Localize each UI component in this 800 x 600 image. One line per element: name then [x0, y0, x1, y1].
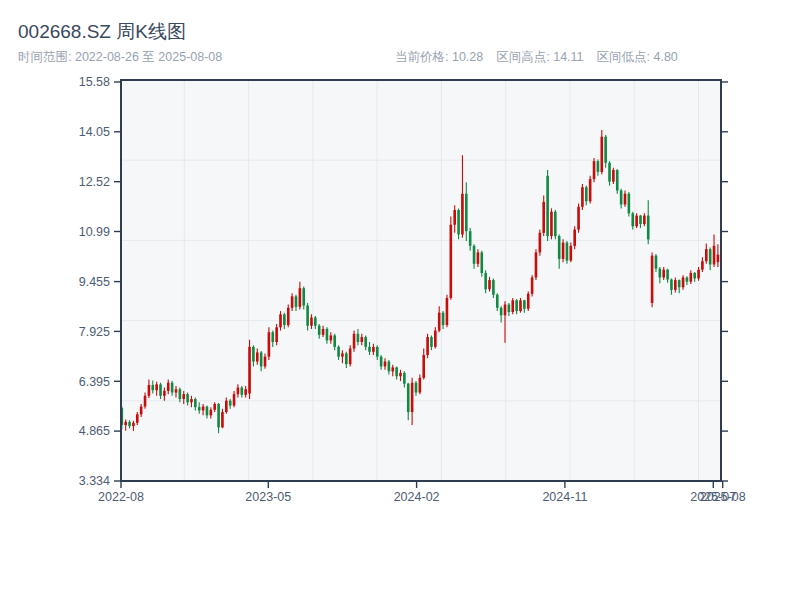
- candle: [589, 176, 592, 204]
- candle: [612, 168, 615, 184]
- kline-chart: 15.5814.0512.5210.999.4557.9256.3954.865…: [0, 0, 800, 600]
- x-tick-label: 2022-08: [98, 490, 144, 504]
- candle: [546, 170, 549, 241]
- candle: [573, 226, 576, 249]
- candle: [604, 135, 607, 168]
- x-axis: 2022-082023-052024-022024-112025-072025-…: [98, 481, 746, 504]
- candle: [426, 334, 429, 358]
- y-tick-label: 6.395: [79, 375, 110, 389]
- y-tick-label: 3.334: [79, 474, 110, 488]
- plot-area: [121, 80, 721, 481]
- candle: [628, 192, 631, 216]
- candle: [550, 208, 553, 239]
- x-tick-label: 2025-08: [700, 490, 746, 504]
- candle: [535, 249, 538, 280]
- y-tick-label: 10.99: [79, 225, 110, 239]
- candle: [531, 275, 534, 296]
- y-tick-label: 12.52: [79, 175, 110, 189]
- kline-page: 002668.SZ 周K线图 时间范围: 2022-08-26 至 2025-0…: [0, 0, 800, 600]
- candle: [577, 204, 580, 233]
- candle: [287, 305, 290, 328]
- candle: [554, 210, 557, 239]
- candle: [562, 239, 565, 262]
- candle: [480, 251, 483, 277]
- y-tick-label: 15.58: [79, 75, 110, 89]
- candle: [450, 217, 453, 300]
- candle: [593, 158, 596, 182]
- candle: [651, 252, 654, 307]
- candle: [581, 184, 584, 210]
- y-tick-label: 9.455: [79, 275, 110, 289]
- y-tick-label: 7.925: [79, 325, 110, 339]
- x-tick-label: 2024-11: [542, 490, 587, 504]
- x-tick-label: 2024-02: [394, 490, 440, 504]
- candle: [566, 241, 569, 264]
- candle: [539, 230, 542, 256]
- x-tick-label: 2023-05: [245, 490, 291, 504]
- candle: [511, 298, 514, 314]
- candle: [616, 169, 619, 193]
- candle: [248, 340, 251, 399]
- candle: [527, 292, 530, 312]
- candle: [446, 295, 449, 328]
- y-tick-label: 4.865: [79, 424, 110, 438]
- y-tick-label: 14.05: [79, 125, 110, 139]
